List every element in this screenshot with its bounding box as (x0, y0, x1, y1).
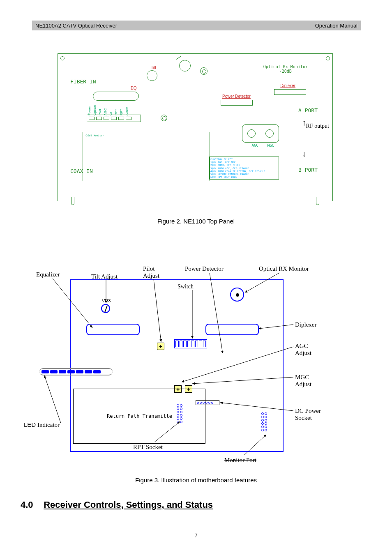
fiber-in-label: FIBER IN (70, 78, 96, 85)
diplexer-slot-icon (205, 324, 259, 335)
rpt-socket-label: RPT Socket (132, 444, 164, 451)
screw-icon (60, 56, 65, 60)
led-vertical-labels: PowerOpticalPilot AGCOrRPT RPTAlarm (88, 105, 129, 115)
dc-power-socket-label: DC Power Socket (295, 408, 328, 421)
inner-block-diagram: -20dB Monitor (83, 132, 210, 181)
header-right: Operation Manual (315, 23, 357, 29)
header-bar: NE1100A2 CATV Optical Receiver Operation… (32, 21, 361, 30)
agc-mgc-labels: AGCMGC (251, 143, 274, 147)
a-port-label: A PORT (298, 107, 318, 113)
diplexer-label: Diplexer (280, 83, 295, 88)
agc-adjust-label: AGC Adjust (295, 343, 316, 357)
rf-output-label: RF output (306, 123, 329, 129)
optical-rx-monitor-label: Optical Rx Monitor-20dB (263, 64, 308, 74)
rx-monitor-port-icon (230, 288, 244, 302)
tilt-adjust-label: Tilt Adjust (91, 273, 118, 280)
power-detector-label: Power Detector (222, 94, 251, 99)
power-detector-label: Power Detector (185, 265, 224, 272)
diplexer-box-icon (274, 89, 306, 95)
led-indicator-label: LED Indicator (24, 421, 60, 428)
eq-label: EQ (131, 86, 136, 90)
svg-line-10 (44, 375, 61, 423)
monitor-port-icon (261, 412, 270, 431)
switch-label: Switch (178, 283, 194, 290)
optical-rx-monitor-label: Optical RX Monitor (259, 265, 309, 272)
tube-icon (71, 197, 74, 205)
figure-2-caption: Figure 2. NE1100 Top Panel (0, 218, 392, 225)
section-heading: 4.0 Receiver Controls, Settings, and Sta… (21, 500, 213, 510)
magnifier-icon (179, 60, 191, 73)
dip-switch-icon (174, 339, 207, 348)
vr3-dial-icon (101, 304, 110, 313)
section-number: 4.0 (21, 500, 41, 510)
tube-icon (316, 197, 319, 205)
led-row-icon (39, 368, 113, 375)
figure-3-caption: Figure 3. Illustration of motherboard fe… (0, 477, 392, 484)
eq-slot-icon (93, 92, 139, 101)
section-title-text: Receiver Controls, Settings, and Status (44, 500, 213, 510)
screw-icon (326, 56, 330, 60)
figure-2-panel: FIBER IN Tilt EQ Optical Rx Monitor-20dB… (58, 53, 333, 201)
pilot-adjust-label: Pilot Adjust (143, 265, 168, 279)
pilot-screw-icon: ✚ (157, 343, 164, 350)
return-path-tx-label: Return Path Transmitte (107, 413, 172, 419)
target-icon (200, 67, 208, 75)
arrow-down-icon: ↓ (302, 149, 306, 159)
vr3-label: VR3 (102, 298, 111, 303)
led-row-icon (87, 115, 141, 122)
diplexer-label: Diplexer (295, 321, 316, 328)
b-port-label: B PORT (298, 167, 318, 173)
header-left: NE1100A2 CATV Optical Receiver (35, 23, 315, 29)
monitor-port-label: Monitor Port (224, 457, 256, 464)
arrow-up-icon: ↑ (302, 118, 306, 127)
coax-in-label: COAX IN (70, 168, 93, 174)
target-icon (161, 115, 167, 121)
power-detector-box-icon (221, 100, 253, 106)
function-select-text: FUNCTION SELECT 1)ON:AGC, OFF:MGC 2)ON:C… (209, 157, 279, 180)
tilt-label: Tilt (151, 65, 156, 70)
tilt-dial-icon (147, 70, 157, 81)
agc-mgc-box-icon (242, 124, 279, 143)
equalizer-slot-icon (86, 324, 140, 335)
page-number: 7 (0, 532, 392, 539)
rpt-socket-icon (177, 404, 185, 423)
mgc-adjust-label: MGC Adjust (295, 374, 316, 388)
equalizer-label: Equalizer (36, 271, 60, 278)
